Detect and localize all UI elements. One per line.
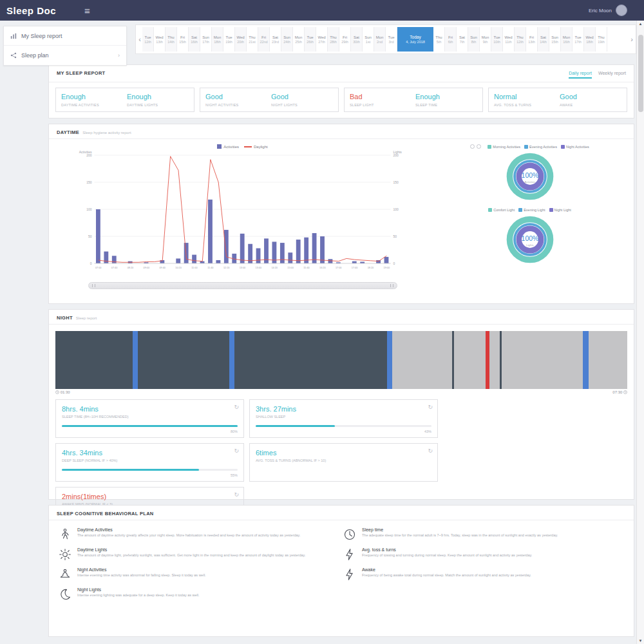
date-cell[interactable]: Thu5th (433, 27, 445, 52)
user-area[interactable]: Eric Moon (589, 5, 627, 16)
date-next-icon[interactable]: › (629, 35, 634, 43)
date-cell[interactable]: Tue17th (573, 27, 584, 52)
date-cell[interactable]: Fri6th (445, 27, 457, 52)
bolt-icon (341, 547, 358, 561)
svg-text:10:20: 10:20 (175, 267, 182, 269)
svg-text:08:20: 08:20 (128, 267, 134, 269)
app-header: Sleep Doc ≡ Eric Moon (0, 0, 644, 21)
scrollbar-thumb[interactable] (638, 35, 643, 112)
date-cell[interactable]: Thu21st (247, 27, 258, 52)
date-cell[interactable]: Sat23rd (270, 27, 281, 52)
plan-item: Sleep timeThe adequate sleep time for th… (341, 527, 626, 541)
date-cell[interactable]: Wed13th (154, 27, 166, 52)
date-cell[interactable]: Thu12th (515, 27, 526, 52)
chart-range-slider[interactable] (88, 282, 397, 289)
sleep-segment-blue (229, 331, 234, 389)
date-cell[interactable]: Thu14th (166, 27, 177, 52)
date-cell[interactable]: Sun1st (363, 27, 374, 52)
report-chart-icon (10, 33, 17, 39)
metric-progress (256, 425, 431, 427)
svg-text:18:20: 18:20 (368, 267, 374, 269)
night-panel: NIGHT Sleep report 01:30 07:30 8hrs. 4mi… (48, 309, 634, 500)
date-cell[interactable]: Sat16th (189, 27, 200, 52)
date-strip: ‹ Tue12thWed13thThu14thFri15thSat16thSun… (135, 24, 636, 54)
date-cell[interactable]: Fri15th (177, 27, 189, 52)
night-sleep-timeline[interactable] (55, 331, 627, 389)
summary-card: EnoughDAYTIME ACTIVITIESEnoughDAYTIME LI… (55, 88, 194, 112)
refresh-icon[interactable]: ↻ (428, 404, 433, 410)
sleep-segment-gray (392, 331, 452, 389)
avatar[interactable] (616, 5, 627, 16)
date-cell[interactable]: Mon25th (293, 27, 305, 52)
date-cell[interactable]: Wed11th (503, 27, 515, 52)
date-cell[interactable]: Tue19th (223, 27, 235, 52)
date-cell[interactable]: Thu19th (596, 27, 607, 52)
date-cell[interactable]: Wed18th (584, 27, 596, 52)
donut-legend-item[interactable]: Morning Activities (488, 145, 520, 149)
donut-legend-item[interactable]: Night Activities (561, 145, 589, 149)
daytime-combo-chart[interactable]: 200200150150100100505000ActivitiesLights… (57, 149, 428, 281)
date-cell[interactable]: Mon16th (561, 27, 573, 52)
sleep-segment-blue (583, 331, 589, 389)
date-cell[interactable]: Fri22nd (258, 27, 270, 52)
date-cell[interactable]: Wed27th (316, 27, 328, 52)
legend-item-daylight[interactable]: Daylight (244, 145, 268, 149)
date-cell[interactable]: Thu28th (328, 27, 339, 52)
chevron-right-icon: › (118, 52, 120, 59)
svg-text:11:00: 11:00 (191, 267, 197, 269)
svg-text:15:40: 15:40 (303, 267, 310, 269)
metric-label: SLEEP TIME (8H~10H RECOMMENDED) (62, 415, 238, 419)
date-cell[interactable]: Wed20th (235, 27, 247, 52)
date-cell[interactable]: Tue26th (305, 27, 316, 52)
summary-label: SLEEP TIME (415, 103, 477, 107)
legend-item-activities[interactable]: Activities (217, 144, 239, 149)
summary-card: BadSLEEP LIGHTEnoughSLEEP TIME (344, 88, 483, 112)
refresh-icon[interactable]: ↻ (234, 448, 239, 454)
summary-stat: BadSLEEP LIGHT (350, 93, 412, 107)
toggle-icon[interactable] (477, 144, 481, 149)
refresh-icon[interactable]: ↻ (234, 404, 239, 410)
sleep-segment-gray (502, 331, 583, 389)
date-cell[interactable]: Sat14th (538, 27, 549, 52)
svg-text:15:00: 15:00 (287, 267, 294, 269)
date-cell[interactable]: Sun15th (549, 27, 561, 52)
date-prev-icon[interactable]: ‹ (137, 35, 142, 43)
scroll-down-icon[interactable]: ▼ (639, 638, 643, 644)
hamburger-menu-icon[interactable]: ≡ (84, 5, 90, 16)
date-cell[interactable]: Mon2nd (374, 27, 386, 52)
page-scrollbar[interactable]: ▲ ▼ (636, 21, 644, 644)
tab-weekly-report[interactable]: Weekly report (598, 71, 626, 79)
chart-toggle-icons[interactable] (470, 144, 481, 149)
clock-icon (623, 390, 627, 394)
sidebar-item-sleep-plan[interactable]: Sleep plan › (4, 46, 126, 65)
date-cell[interactable]: Sun24th (281, 27, 293, 52)
toggle-icon[interactable] (470, 144, 475, 149)
svg-text:13:00: 13:00 (240, 267, 246, 269)
scroll-up-icon[interactable]: ▲ (639, 21, 643, 27)
plan-item-title: Night Activities (77, 567, 206, 572)
summary-stat: NormalAVG. TOSS & TURNS (494, 93, 556, 107)
date-cell[interactable]: Tue10th (491, 27, 503, 52)
refresh-icon[interactable]: ↻ (234, 491, 239, 498)
date-cell[interactable]: Sat30th (351, 27, 363, 52)
sidebar-item-my-sleep-report[interactable]: My Sleep report (4, 26, 126, 46)
date-cell[interactable]: Sun17th (200, 27, 212, 52)
date-cells: Tue12thWed13thThu14thFri15thSat16thSun17… (142, 27, 629, 52)
date-cell[interactable]: Tue12th (142, 27, 154, 52)
tab-daily-report[interactable]: Daily report (569, 71, 592, 79)
donut-legend-item[interactable]: Evening Activities (524, 145, 557, 149)
date-cell[interactable]: Sat7th (457, 27, 468, 52)
date-cell-today[interactable]: Today4, July 2018 (397, 27, 433, 52)
report-title: MY SLEEP REPORT (57, 70, 106, 76)
date-cell[interactable]: Tue3rd (386, 27, 397, 52)
summary-label: DAYTIME LIGHTS (127, 103, 189, 107)
date-cell[interactable]: Mon18th (212, 27, 223, 52)
date-cell[interactable]: Mon9th (480, 27, 491, 52)
date-cell[interactable]: Fri29th (339, 27, 351, 52)
date-cell[interactable]: Sun8th (468, 27, 480, 52)
donut-block: Morning ActivitiesEvening ActivitiesNigh… (470, 144, 589, 204)
sidebar: My Sleep report Sleep plan › (3, 26, 127, 66)
refresh-icon[interactable]: ↻ (428, 448, 433, 454)
date-cell[interactable]: Fri13th (526, 27, 538, 52)
lights-donut-chart: 100%Lights (502, 212, 558, 267)
